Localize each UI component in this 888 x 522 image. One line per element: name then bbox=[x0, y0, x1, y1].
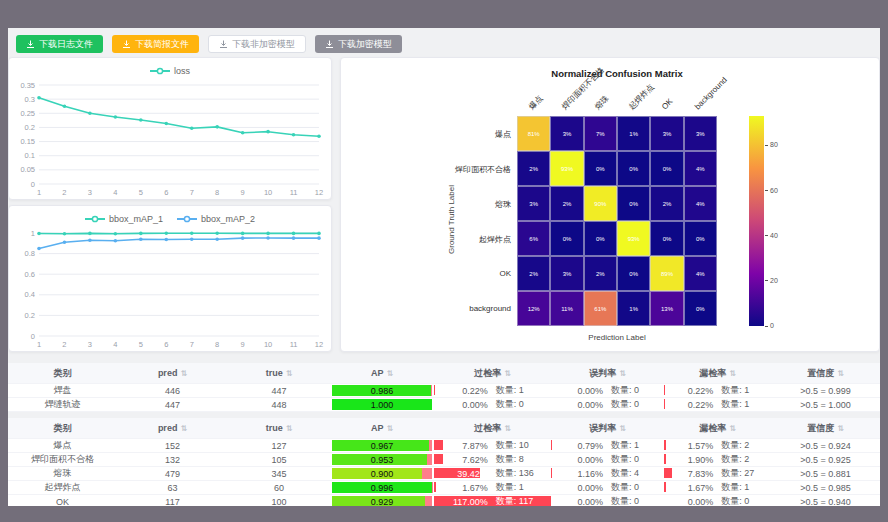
ap-value: 0.967 bbox=[332, 440, 432, 451]
svg-text:5: 5 bbox=[139, 188, 143, 197]
class-name: 焊印面积不合格 bbox=[8, 453, 117, 467]
sort-icon[interactable]: ⇅ bbox=[504, 369, 511, 378]
column-header[interactable]: 漏检率⇅ bbox=[664, 418, 771, 439]
sort-icon[interactable]: ⇅ bbox=[837, 369, 844, 378]
table-row: 爆点1521270.9677.87%数量: 100.79%数量: 11.57%数… bbox=[8, 439, 880, 453]
ap-bar-wrap: 0.986 bbox=[332, 385, 432, 396]
sort-icon[interactable]: ⇅ bbox=[180, 369, 187, 378]
column-header-label: true bbox=[266, 423, 283, 433]
rate-count: 数量: 2 bbox=[721, 439, 749, 452]
class-name: 焊缝轨迹 bbox=[8, 398, 117, 412]
legend-item[interactable]: bbox_mAP_1 bbox=[85, 214, 163, 224]
column-header[interactable]: 置信度⇅ bbox=[771, 418, 880, 439]
column-header[interactable]: true⇅ bbox=[228, 363, 330, 384]
sort-icon[interactable]: ⇅ bbox=[837, 424, 844, 433]
svg-text:0.25: 0.25 bbox=[20, 109, 35, 118]
download-button-1[interactable]: 下载日志文件 bbox=[16, 35, 103, 53]
loss-chart: 00.050.10.150.20.250.30.3512345678910111… bbox=[9, 79, 331, 199]
sort-icon[interactable]: ⇅ bbox=[729, 369, 736, 378]
rate-count: 数量: 1 bbox=[496, 384, 524, 397]
rate-percent: 0.00% bbox=[551, 400, 603, 410]
sort-icon[interactable]: ⇅ bbox=[286, 369, 293, 378]
confidence-value: >0.5 = 0.924 bbox=[771, 439, 880, 453]
pred-value: 63 bbox=[117, 481, 228, 495]
rate-cell: 0.00%数量: 0 bbox=[551, 481, 664, 495]
svg-text:5: 5 bbox=[139, 340, 143, 349]
legend-label: bbox_mAP_1 bbox=[109, 214, 163, 224]
svg-text:0.15: 0.15 bbox=[20, 137, 35, 146]
rate-count: 数量: 1 bbox=[721, 398, 749, 411]
rate-cell: 0.22%数量: 1 bbox=[664, 398, 771, 412]
download-button-4[interactable]: 下载加密模型 bbox=[315, 35, 402, 53]
rate-cell: 117.00%数量: 117 bbox=[434, 495, 551, 506]
column-header[interactable]: AP⇅ bbox=[330, 418, 434, 439]
sort-icon[interactable]: ⇅ bbox=[729, 424, 736, 433]
column-header-label: 漏检率 bbox=[699, 367, 726, 380]
sort-icon[interactable]: ⇅ bbox=[386, 369, 393, 378]
sort-icon[interactable]: ⇅ bbox=[180, 424, 187, 433]
confusion-cell: 2% bbox=[517, 256, 550, 291]
svg-text:0: 0 bbox=[31, 180, 35, 189]
svg-text:4: 4 bbox=[113, 188, 117, 197]
rate-percent: 0.00% bbox=[551, 386, 603, 396]
colorbar-tick-label: 80 bbox=[770, 141, 778, 148]
sort-icon[interactable]: ⇅ bbox=[619, 424, 626, 433]
confusion-matrix: 81%3%7%1%3%3%2%93%0%0%0%4%3%2%90%0%2%4%6… bbox=[517, 116, 717, 326]
column-header-label: AP bbox=[371, 368, 384, 378]
table-row: OK1171000.929117.00%数量: 1170.00%数量: 00.0… bbox=[8, 495, 880, 506]
rate-percent: 0.22% bbox=[434, 386, 488, 396]
legend-item[interactable]: loss bbox=[150, 66, 190, 76]
confusion-cell: 12% bbox=[517, 291, 550, 326]
class-name: 焊盘 bbox=[8, 384, 117, 398]
colorbar bbox=[749, 116, 764, 326]
rate-count: 数量: 117 bbox=[496, 495, 533, 506]
column-header[interactable]: pred⇅ bbox=[117, 418, 228, 439]
column-header[interactable]: pred⇅ bbox=[117, 363, 228, 384]
sort-icon[interactable]: ⇅ bbox=[386, 424, 393, 433]
sort-icon[interactable]: ⇅ bbox=[619, 369, 626, 378]
legend-marker-icon bbox=[177, 215, 197, 223]
sort-icon[interactable]: ⇅ bbox=[286, 424, 293, 433]
column-header[interactable]: 过检率⇅ bbox=[434, 418, 551, 439]
table-header-row: 类别pred⇅true⇅AP⇅过检率⇅误判率⇅漏检率⇅置信度⇅ bbox=[8, 363, 880, 384]
download-button-2[interactable]: 下载简报文件 bbox=[112, 35, 199, 53]
column-header-label: pred bbox=[158, 423, 178, 433]
rate-cell: 7.62%数量: 8 bbox=[434, 453, 551, 467]
button-label: 下载简报文件 bbox=[135, 38, 189, 51]
rate-cell: 0.22%数量: 1 bbox=[434, 384, 551, 398]
class-name: 熔珠 bbox=[8, 467, 117, 481]
rate-count: 数量: 0 bbox=[611, 384, 639, 397]
metrics-table-1: 类别pred⇅true⇅AP⇅过检率⇅误判率⇅漏检率⇅置信度⇅焊盘4464470… bbox=[8, 363, 880, 412]
column-header[interactable]: 漏检率⇅ bbox=[664, 363, 771, 384]
rate-cell: 7.83%数量: 27 bbox=[664, 467, 771, 481]
svg-text:0.8: 0.8 bbox=[25, 249, 35, 258]
sort-icon[interactable]: ⇅ bbox=[504, 424, 511, 433]
confidence-value: >0.5 = 0.925 bbox=[771, 453, 880, 467]
column-label: background bbox=[693, 75, 730, 112]
rate-percent: 39.42% bbox=[434, 469, 488, 479]
svg-text:0.3: 0.3 bbox=[25, 95, 35, 104]
ap-cell: 0.929 bbox=[330, 495, 434, 506]
svg-text:1: 1 bbox=[37, 340, 41, 349]
svg-text:0.05: 0.05 bbox=[20, 165, 35, 174]
map-chart: 00.20.40.60.81123456789101112 bbox=[9, 227, 331, 351]
column-header[interactable]: 过检率⇅ bbox=[434, 363, 551, 384]
column-header[interactable]: 置信度⇅ bbox=[771, 363, 880, 384]
true-value: 60 bbox=[228, 481, 330, 495]
column-header[interactable]: 误判率⇅ bbox=[551, 418, 664, 439]
legend-item[interactable]: bbox_mAP_2 bbox=[177, 214, 255, 224]
confusion-cell: 2% bbox=[550, 186, 583, 221]
rate-cell: 7.87%数量: 10 bbox=[434, 439, 551, 453]
rate-count: 数量: 0 bbox=[611, 398, 639, 411]
rate-cell: 0.00%数量: 0 bbox=[551, 453, 664, 467]
rate-cell: 39.42%数量: 136 bbox=[434, 467, 551, 481]
column-header-label: 过检率 bbox=[474, 367, 501, 380]
column-header-label: 误判率 bbox=[589, 422, 616, 435]
column-header[interactable]: true⇅ bbox=[228, 418, 330, 439]
column-header[interactable]: AP⇅ bbox=[330, 363, 434, 384]
confusion-cell: 7% bbox=[584, 116, 617, 151]
download-button-3[interactable]: 下载非加密模型 bbox=[208, 35, 306, 53]
confusion-cell: 2% bbox=[584, 256, 617, 291]
column-header[interactable]: 误判率⇅ bbox=[551, 363, 664, 384]
column-label: 熔珠 bbox=[593, 94, 611, 112]
